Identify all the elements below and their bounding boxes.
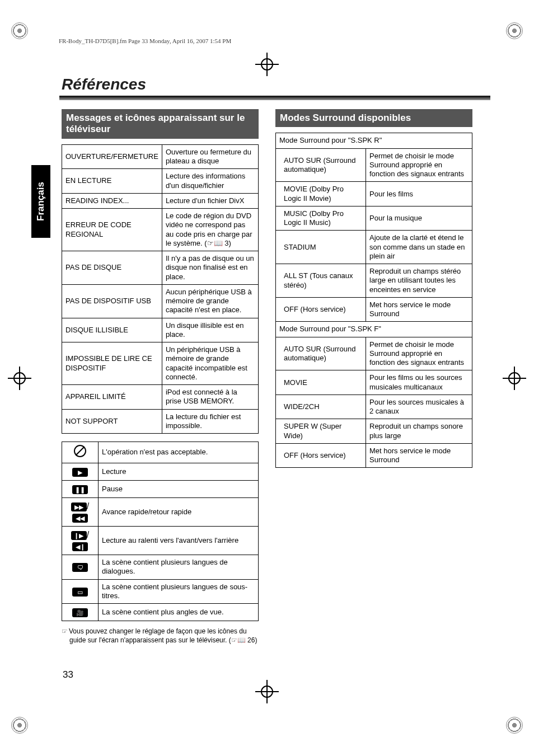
surround-desc: Pour les films — [366, 182, 472, 206]
table-row: NOT SUPPORTLa lecture du fichier est imp… — [62, 409, 259, 434]
msg-key: PAS DE DISPOSITIF USB — [62, 284, 162, 318]
table-row: MOVIEPour les films ou les sources music… — [276, 370, 472, 395]
table-row: L'opération n'est pas acceptable. — [62, 442, 259, 463]
table-row: ❙▶/◀❙ Lecture au ralenti vers l'avant/ve… — [62, 527, 259, 555]
msg-desc: Lecture des informations d'un disque/fic… — [162, 169, 258, 194]
table-row: IMPOSSIBLE DE LIRE CE DISPOSITIFUn périp… — [62, 342, 259, 385]
crop-mark-tl — [11, 22, 28, 39]
table-row: SUPER W (Super Wide)Reproduit un champs … — [276, 419, 472, 444]
msg-desc: Le code de région du DVD vidéo ne corres… — [162, 209, 258, 251]
surround-desc: Pour la musique — [366, 206, 472, 231]
reg-mark-left — [11, 370, 28, 387]
icon-desc: Pause — [99, 481, 259, 498]
subtitle-icon: ▭ — [62, 579, 99, 604]
msg-desc: Lecture d'un fichier DivX — [162, 193, 258, 208]
section-header-surround: Modes Surround disponibles — [275, 109, 472, 127]
surround-key: OFF (Hors service) — [276, 297, 366, 322]
language-tab: Français — [31, 165, 50, 238]
play-icon: ▶ — [62, 463, 99, 481]
table-row: 🗨 La scène contient plusieurs langues de… — [62, 555, 259, 580]
crop-mark-tr — [506, 22, 523, 39]
surround-desc: Ajoute de la clarté et étend le son comm… — [366, 231, 472, 264]
surround-key: WIDE/2CH — [276, 395, 366, 419]
surround-desc: Reproduit un champs stéréo large en util… — [366, 264, 472, 298]
surround-desc: Permet de choisir le mode Surround appro… — [366, 337, 472, 370]
msg-key: PAS DE DISQUE — [62, 251, 162, 285]
surround-key: MOVIE (Dolby Pro Logic II Movie) — [276, 182, 366, 206]
angle-icon: 🎥 — [62, 604, 99, 621]
audio-lang-icon: 🗨 — [62, 555, 99, 580]
msg-key: OUVERTURE/FERMETURE — [62, 144, 162, 169]
surround-desc: Met hors service le mode Surround — [366, 297, 472, 322]
footnote: Vous pouvez changer le réglage de façon … — [69, 627, 257, 644]
reg-mark-bottom — [259, 683, 275, 700]
msg-desc: Un périphérique USB à mémoire de grande … — [162, 342, 258, 385]
crop-mark-bl — [11, 717, 28, 734]
surround-group-header: Mode Surround pour "S.SPK F" — [276, 322, 472, 337]
table-row: ▶▶/◀◀ Avance rapide/retour rapide — [62, 498, 259, 527]
icon-desc: La scène contient plusieurs langues de s… — [99, 579, 259, 604]
messages-table: OUVERTURE/FERMETUREOuverture ou fermetur… — [62, 144, 259, 434]
msg-key: ERREUR DE CODE REGIONAL — [62, 209, 162, 251]
table-row: ALL ST (Tous canaux stéréo)Reproduit un … — [276, 264, 472, 298]
surround-table: Mode Surround pour "S.SPK R" AUTO SUR (S… — [275, 133, 472, 468]
surround-desc: Permet de choisir le mode Surround appro… — [366, 148, 472, 182]
icons-table: L'opération n'est pas acceptable. ▶ Lect… — [62, 442, 259, 621]
ff-rw-icon: ▶▶/◀◀ — [62, 498, 99, 527]
icon-desc: Lecture au ralenti vers l'avant/vers l'a… — [99, 527, 259, 555]
table-row: OUVERTURE/FERMETUREOuverture ou fermetur… — [62, 144, 259, 169]
msg-desc: iPod est connecté à la prise USB MEMORY. — [162, 385, 258, 410]
msg-desc: Ouverture ou fermeture du plateau a disq… — [162, 144, 258, 169]
table-row: 🎥 La scène contient plus angles de vue. — [62, 604, 259, 621]
msg-desc: Il n'y a pas de disque ou un disque non … — [162, 251, 258, 285]
msg-key: DISQUE ILLISIBLE — [62, 318, 162, 342]
footnote-text: Vous pouvez changer le réglage de façon … — [62, 627, 259, 645]
surround-desc: Met hors service le mode Surround — [366, 443, 472, 468]
msg-key: READING INDEX... — [62, 193, 162, 208]
icon-desc: Avance rapide/retour rapide — [99, 498, 259, 527]
msg-key: APPAREIL LIMITÉ — [62, 385, 162, 410]
table-row: WIDE/2CHPour les sources musicales à 2 c… — [276, 395, 472, 419]
table-row: STADIUMAjoute de la clarté et étend le s… — [276, 231, 472, 264]
surround-key: MUSIC (Dolby Pro Logic II Music) — [276, 206, 366, 231]
msg-key: NOT SUPPORT — [62, 409, 162, 434]
surround-key: ALL ST (Tous canaux stéréo) — [276, 264, 366, 298]
icon-desc: La scène contient plus angles de vue. — [99, 604, 259, 621]
table-row: MOVIE (Dolby Pro Logic II Movie)Pour les… — [276, 182, 472, 206]
print-header-line: FR-Body_TH-D7D5[B].fm Page 33 Monday, Ap… — [59, 37, 231, 44]
reg-mark-right — [506, 370, 523, 387]
page-number: 33 — [63, 669, 73, 680]
pause-icon: ❚❚ — [62, 481, 99, 498]
title-underline — [59, 96, 490, 100]
table-row: MUSIC (Dolby Pro Logic II Music)Pour la … — [276, 206, 472, 231]
surround-key: AUTO SUR (Surround automatique) — [276, 337, 366, 370]
table-row: APPAREIL LIMITÉiPod est connecté à la pr… — [62, 385, 259, 410]
surround-key: AUTO SUR (Surround automatique) — [276, 148, 366, 182]
section-header-messages: Messages et icônes apparaissant sur le t… — [62, 109, 259, 139]
surround-key: STADIUM — [276, 231, 366, 264]
table-row: OFF (Hors service)Met hors service le mo… — [276, 297, 472, 322]
msg-desc: Aucun périphérique USB à mémoire de gran… — [162, 284, 258, 318]
msg-desc: Un disque illisible est en place. — [162, 318, 258, 342]
table-row: ▶ Lecture — [62, 463, 259, 481]
surround-key: SUPER W (Super Wide) — [276, 419, 366, 444]
table-row: EN LECTURELecture des informations d'un … — [62, 169, 259, 194]
table-row: DISQUE ILLISIBLEUn disque illisible est … — [62, 318, 259, 342]
table-row: AUTO SUR (Surround automatique)Permet de… — [276, 337, 472, 370]
table-row: OFF (Hors service)Met hors service le mo… — [276, 443, 472, 468]
table-row: AUTO SUR (Surround automatique)Permet de… — [276, 148, 472, 182]
table-row: ❚❚ Pause — [62, 481, 259, 498]
surround-desc: Reproduit un champs sonore plus large — [366, 419, 472, 444]
icon-desc: Lecture — [99, 463, 259, 481]
table-row: READING INDEX...Lecture d'un fichier Div… — [62, 193, 259, 208]
msg-key: EN LECTURE — [62, 169, 162, 194]
crop-mark-br — [506, 717, 523, 734]
table-row: ▭ La scène contient plusieurs langues de… — [62, 579, 259, 604]
surround-group-header: Mode Surround pour "S.SPK R" — [276, 133, 472, 148]
slow-icon: ❙▶/◀❙ — [62, 527, 99, 555]
msg-key: IMPOSSIBLE DE LIRE CE DISPOSITIF — [62, 342, 162, 385]
surround-desc: Pour les sources musicales à 2 canaux — [366, 395, 472, 419]
surround-key: OFF (Hors service) — [276, 443, 366, 468]
not-acceptable-icon — [62, 442, 99, 463]
table-row: PAS DE DISQUEIl n'y a pas de disque ou u… — [62, 251, 259, 285]
